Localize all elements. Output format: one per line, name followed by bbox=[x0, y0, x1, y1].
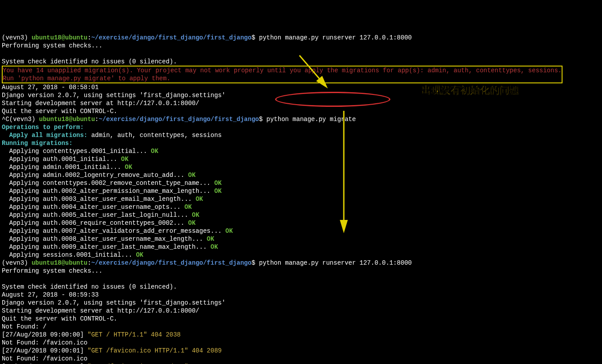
warning-box: You have 14 unapplied migration(s). Your… bbox=[2, 66, 563, 83]
migration-line: Applying auth.0007_alter_validators_add_… bbox=[2, 227, 233, 235]
migration-line: Applying auth.0002_alter_permission_name… bbox=[2, 188, 222, 195]
command-text: python manage.py migrate bbox=[263, 116, 356, 123]
output-line: Starting development server at http://12… bbox=[2, 100, 199, 107]
apply-label: Apply all migrations: bbox=[2, 132, 87, 139]
migration-line: Applying auth.0006_require_contenttypes_… bbox=[2, 219, 196, 227]
ok-status: OK bbox=[185, 204, 192, 211]
output-line: Quit the server with CONTROL-C. bbox=[2, 315, 117, 322]
migration-line: Applying admin.0001_initial... OK bbox=[2, 164, 132, 171]
output-line: Apply all migrations: admin, auth, conte… bbox=[2, 132, 222, 139]
command-text: python manage.py runserver 127.0.0.1:800… bbox=[255, 259, 412, 266]
output-line: System check identified no issues (0 sil… bbox=[2, 283, 177, 290]
prompt-line: (vevn3) ubuntu18@ubuntu:~/exercise/djang… bbox=[2, 259, 412, 266]
prompt-line: ^C(vevn3) ubuntu18@ubuntu:~/exercise/dja… bbox=[2, 116, 356, 123]
output-line: Quit the server with CONTROL-C. bbox=[2, 108, 117, 115]
migration-line: Applying auth.0003_alter_user_email_max_… bbox=[2, 196, 203, 203]
output-line: Performing system checks... bbox=[2, 267, 102, 274]
cwd-path: ~/exercise/django/first_django/first_dja… bbox=[91, 34, 252, 41]
output-line: August 27, 2018 - 08:58:01 bbox=[2, 84, 98, 91]
output-line: Not Found: / bbox=[2, 323, 47, 330]
output-header: Operations to perform: bbox=[2, 124, 84, 131]
http-404: "GET / HTTP/1.1" 404 2038 bbox=[87, 331, 181, 338]
venv-tag: (vevn3) bbox=[2, 259, 28, 266]
log-line: [27/Aug/2018 09:00:01] "GET /favicon.ico… bbox=[2, 347, 222, 354]
migration-line: Applying auth.0009_alter_user_last_name_… bbox=[2, 243, 218, 250]
colon: : bbox=[87, 259, 91, 266]
http-404: "GET /favicon.ico HTTP/1.1" 404 2089 bbox=[87, 347, 221, 354]
user-host: ubuntu18@ubuntu bbox=[31, 34, 87, 41]
warning-line: Run 'python manage.py migrate' to apply … bbox=[3, 75, 170, 82]
apply-list: admin, auth, contenttypes, sessions bbox=[87, 132, 221, 139]
user-host: ubuntu18@ubuntu bbox=[31, 259, 87, 266]
ok-status: OK bbox=[214, 180, 222, 187]
cwd-path: ~/exercise/django/first_django/first_dja… bbox=[98, 116, 259, 123]
ok-status: OK bbox=[214, 188, 222, 195]
ok-status: OK bbox=[136, 251, 143, 258]
output-line: August 27, 2018 - 08:59:33 bbox=[2, 291, 98, 298]
migration-line: Applying auth.0008_alter_user_username_m… bbox=[2, 235, 214, 243]
log-line: [27/Aug/2018 09:00:00] "GET / HTTP/1.1" … bbox=[2, 331, 181, 338]
output-line: Not Found: /favicon.ico bbox=[2, 339, 87, 346]
user-host: ubuntu18@ubuntu bbox=[39, 116, 95, 123]
ok-status: OK bbox=[192, 211, 199, 219]
output-line: System check identified no issues (0 sil… bbox=[2, 58, 177, 65]
ctrl-c: ^C bbox=[2, 116, 9, 123]
migration-line: Applying auth.0001_initial... OK bbox=[2, 156, 129, 163]
ok-status: OK bbox=[121, 156, 129, 163]
prompt-line: (vevn3) ubuntu18@ubuntu:~/exercise/djang… bbox=[2, 34, 412, 41]
ok-status: OK bbox=[188, 172, 196, 179]
migration-line: Applying sessions.0001_initial... OK bbox=[2, 251, 143, 258]
output-line: Django version 2.0.7, using settings 'fi… bbox=[2, 299, 225, 306]
venv-tag: (vevn3) bbox=[9, 116, 35, 123]
venv-tag: (vevn3) bbox=[2, 34, 28, 41]
ok-status: OK bbox=[125, 164, 132, 171]
annotation-text: 出现没有初始化的问题 bbox=[421, 86, 519, 94]
ok-status: OK bbox=[207, 235, 214, 243]
ok-status: OK bbox=[196, 196, 203, 203]
cwd-path: ~/exercise/django/first_django/first_dja… bbox=[91, 259, 252, 266]
output-line: Not Found: /favicon.ico bbox=[2, 355, 87, 362]
migration-line: Applying auth.0004_alter_user_username_o… bbox=[2, 204, 192, 211]
ok-status: OK bbox=[210, 243, 218, 250]
output-line: Performing system checks... bbox=[2, 42, 102, 49]
ok-status: OK bbox=[151, 148, 158, 155]
colon: : bbox=[87, 34, 91, 41]
ok-status: OK bbox=[188, 219, 196, 227]
migration-line: Applying admin.0002_logentry_remove_auto… bbox=[2, 172, 196, 179]
output-header: Running migrations: bbox=[2, 140, 73, 147]
command-text: python manage.py runserver 127.0.0.1:800… bbox=[255, 34, 412, 41]
dollar: $ bbox=[259, 116, 263, 123]
terminal-output[interactable]: (vevn3) ubuntu18@ubuntu:~/exercise/djang… bbox=[2, 34, 600, 364]
migration-line: Applying auth.0005_alter_user_last_login… bbox=[2, 211, 199, 219]
ok-status: OK bbox=[225, 227, 233, 235]
output-line: Starting development server at http://12… bbox=[2, 307, 199, 314]
migration-line: Applying contenttypes.0002_remove_conten… bbox=[2, 180, 222, 187]
warning-line: You have 14 unapplied migration(s). Your… bbox=[3, 67, 562, 74]
output-line: Django version 2.0.7, using settings 'fi… bbox=[2, 92, 225, 99]
migration-line: Applying contenttypes.0001_initial... OK bbox=[2, 148, 158, 155]
